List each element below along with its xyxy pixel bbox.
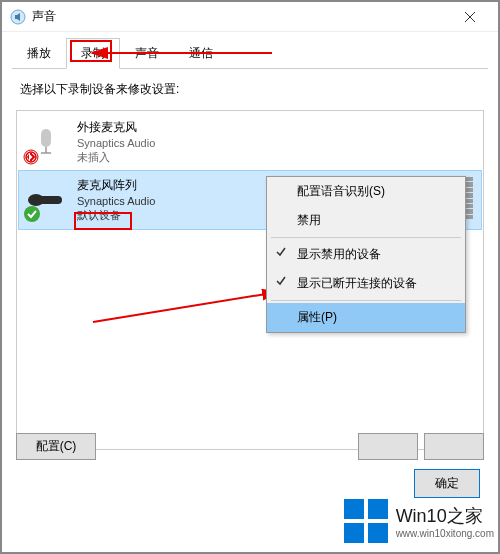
check-icon [275,275,287,290]
watermark-url: www.win10xitong.com [396,528,494,539]
watermark: Win10之家 www.win10xitong.com [278,490,498,552]
context-menu: 配置语音识别(S) 禁用 显示禁用的设备 显示已断开连接的设备 属性(P) [266,176,466,333]
tab-communications[interactable]: 通信 [174,38,228,69]
tab-recording[interactable]: 录制 [66,38,120,69]
watermark-title: Win10之家 [396,504,494,528]
tabs: 播放 录制 声音 通信 [12,38,488,69]
svg-rect-11 [344,523,364,543]
configure-button[interactable]: 配置(C) [16,433,96,460]
device-status: 未插入 [77,150,155,165]
svg-rect-9 [344,499,364,519]
device-name: 麦克风阵列 [77,177,155,194]
tab-playback[interactable]: 播放 [12,38,66,69]
device-driver: Synaptics Audio [77,137,155,149]
window-title: 声音 [32,8,450,25]
menu-properties[interactable]: 属性(P) [267,303,465,332]
svg-rect-1 [41,129,51,147]
menu-configure-speech[interactable]: 配置语音识别(S) [267,177,465,206]
mic-icon [25,121,67,163]
titlebar: 声音 [2,2,498,32]
svg-rect-10 [368,499,388,519]
tab-sounds[interactable]: 声音 [120,38,174,69]
menu-disable[interactable]: 禁用 [267,206,465,235]
check-icon [275,246,287,261]
menu-show-disabled[interactable]: 显示禁用的设备 [267,240,465,269]
error-badge-icon [23,149,39,165]
sound-icon [10,9,26,25]
instruction-text: 选择以下录制设备来修改设置: [12,69,488,106]
device-status: 默认设备 [77,208,155,223]
menu-show-disconnected[interactable]: 显示已断开连接的设备 [267,269,465,298]
mic-array-icon [25,179,67,221]
svg-rect-12 [368,523,388,543]
device-name: 外接麦克风 [77,119,155,136]
menu-label: 显示禁用的设备 [297,247,381,261]
properties-button[interactable] [424,433,484,460]
device-item-external-mic[interactable]: 外接麦克风 Synaptics Audio 未插入 [19,113,481,171]
menu-separator [271,300,461,301]
close-button[interactable] [450,3,490,31]
device-driver: Synaptics Audio [77,195,155,207]
menu-separator [271,237,461,238]
windows-logo-icon [342,497,390,545]
check-badge-icon [23,205,41,223]
menu-label: 显示已断开连接的设备 [297,276,417,290]
set-default-button[interactable] [358,433,418,460]
svg-point-6 [24,206,40,222]
svg-rect-5 [36,196,62,204]
